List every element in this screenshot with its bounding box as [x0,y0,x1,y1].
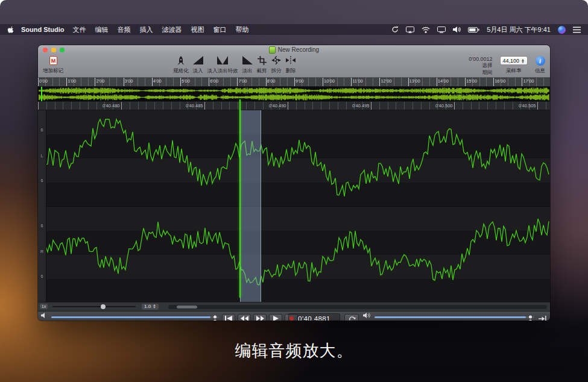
combo-arrows-icon: ▲▼ [153,304,156,308]
duration-label[interactable]: 期间 [482,69,493,77]
fade-out-icon [242,56,253,64]
wave-editor[interactable]: 6 L 6 6 R 6 [38,110,550,302]
timeline-label: 11'00 [352,78,363,84]
battery-icon[interactable] [468,27,479,33]
info-button[interactable]: i [536,56,545,66]
menubar-app-name[interactable]: Sound Studio [21,26,64,33]
go-to-start-button[interactable] [222,314,235,321]
fade-in-button[interactable]: 淡入 [193,55,203,76]
play-icon [273,316,279,321]
zoom-button[interactable] [60,48,65,52]
caption-text: 编辑音频放大。 [0,339,588,363]
zoom-ruler-label: 0'40.490 [269,103,286,108]
input-balance-slider[interactable] [375,321,534,321]
zoom-level-select[interactable]: 1.0 ▲▼ [142,304,159,310]
timeline-label: 7'00 [238,78,247,84]
toolbar: M 增加标记 规格化 淡入 淡入淡出特效 [38,54,550,77]
input-slider[interactable] [375,316,534,318]
combo-arrows-icon: ▲▼ [521,58,525,63]
play-button[interactable] [269,314,282,321]
menu-item-1[interactable]: 文件 [72,25,86,34]
airplay-icon[interactable] [406,27,414,33]
title-bar[interactable]: New Recording [38,45,550,54]
normalize-button[interactable]: 规格化 [173,55,189,76]
output-speaker-icon[interactable] [41,313,48,319]
db-label: 6 [38,128,46,132]
delete-button[interactable]: 删除 [286,55,296,76]
transport-buttons [222,314,298,321]
menubar-clock[interactable]: 5月4日 周六 下午9:41 [487,25,551,34]
apple-icon [7,26,14,34]
input-level-group: 12.0 [362,313,548,321]
overview-playhead[interactable] [41,87,42,101]
timeline-label: 2'00 [96,78,104,84]
channel-gutter: 6 L 6 6 R 6 [38,110,46,302]
zoom-slider[interactable] [52,306,136,307]
horizontal-scrollbar[interactable] [168,305,547,309]
siri-icon[interactable] [558,26,566,34]
timeline-label: 4'00 [153,78,162,84]
scale-button[interactable]: 1x [40,304,48,309]
zoom-ruler-label: 0'40.480 [103,103,120,108]
timeline-label: 8'00 [267,78,276,84]
crossfade-button[interactable]: 淡入淡出特效 [207,55,238,76]
selection-time-value: 0'00.0012 [469,56,492,62]
apple-menu[interactable] [7,26,14,34]
notification-center-icon[interactable] [573,27,581,33]
volume-slider[interactable] [51,316,219,318]
horizontal-scroll-thumb[interactable] [177,305,197,308]
rewind-button[interactable] [238,314,251,321]
db-label: 6 [38,178,46,183]
overview-strip[interactable] [38,87,550,102]
menu-item-8[interactable]: 帮助 [235,25,248,34]
fade-out-button[interactable]: 淡出 [242,55,253,76]
minimize-button[interactable] [51,48,56,52]
display-icon[interactable] [437,27,446,33]
go-to-start-icon [225,316,232,321]
close-button[interactable] [43,48,48,52]
add-marker-button[interactable]: M 增加标记 [43,55,63,76]
timeline-ruler[interactable]: 0'001'002'003'004'005'006'007'008'009'00… [38,78,550,87]
split-button[interactable]: 拆分 [271,55,282,76]
menu-item-7[interactable]: 窗口 [213,25,226,34]
menu-item-4[interactable]: 插入 [139,25,153,34]
volume-icon[interactable] [453,27,461,33]
sample-rate-select[interactable]: 44,100 ▲▼ [500,56,528,65]
db-label: 6 [38,274,46,278]
output-volume-sliders [51,313,219,321]
playhead[interactable] [239,99,241,298]
menubar-status-area: 5月4日 周六 下午9:41 [391,25,581,34]
sync-icon[interactable] [391,26,399,33]
crop-button[interactable]: 截剪 [257,55,267,76]
timeline-label: 0'00 [39,78,48,84]
document-icon [269,46,276,54]
zoom-ruler-label: 0'40.485 [186,103,203,108]
timeline-label: 16'00 [495,78,505,84]
timeline-label: 6'00 [210,78,218,84]
timeline-label: 12'00 [381,78,391,84]
balance-slider[interactable] [51,321,219,321]
svg-text:M: M [51,58,55,64]
menu-item-6[interactable]: 视图 [191,25,204,34]
menu-item-5[interactable]: 滤波器 [162,25,182,34]
crossfade-icon [217,56,228,64]
overview-waveform [39,87,549,101]
selection-region[interactable] [240,110,261,302]
timeline-label: 1'00 [68,78,76,84]
timeline-label: 17'00 [523,78,534,84]
go-to-end-button[interactable] [537,313,548,321]
output-volume-group: 100 [40,313,219,321]
menu-bar: Sound Studio 文件编辑音频插入滤波器视图窗口帮助 5月4日 周六 下… [0,24,588,35]
input-speaker-icon[interactable] [363,313,371,319]
selection-readout: 0'00.0012 选择 期间 [469,55,492,76]
rewind-icon [241,316,248,321]
window-title: New Recording [278,46,319,53]
time-display: 0'40.4881 [288,313,340,321]
zoom-ruler[interactable]: 0'40.4800'40.4850'40.4900'40.4950'40.500… [38,102,550,110]
menu-item-2[interactable]: 编辑 [95,25,108,34]
zoom-slider-thumb[interactable] [101,304,106,309]
menu-item-3[interactable]: 音频 [117,25,130,34]
fast-forward-button[interactable] [253,314,267,321]
wifi-icon[interactable] [422,27,430,33]
loop-button[interactable] [344,314,359,321]
